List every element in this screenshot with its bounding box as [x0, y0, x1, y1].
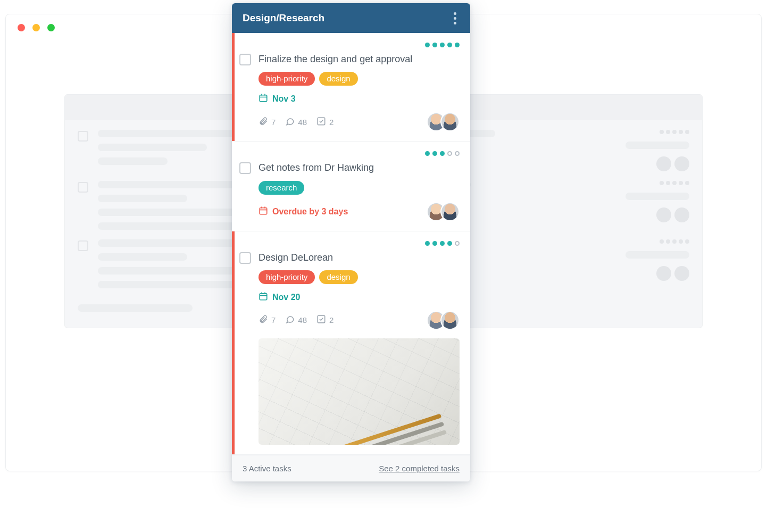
comments-count[interactable]: 48: [285, 314, 307, 326]
due-date-label: Nov 20: [272, 293, 300, 302]
maximize-dot-icon: [47, 24, 55, 31]
see-completed-link[interactable]: See 2 completed tasks: [379, 464, 460, 473]
task-list-panel: Design/Research Finalize the design and …: [232, 3, 470, 481]
attachment-preview[interactable]: [259, 338, 460, 445]
task-title: Design DeLorean: [259, 251, 460, 264]
svg-rect-0: [260, 95, 267, 102]
task-title: Get notes from Dr Hawking: [259, 161, 460, 174]
task-checkbox[interactable]: [239, 252, 251, 264]
placeholder-checkbox-icon: [78, 131, 88, 142]
progress-dot-icon: [432, 43, 437, 47]
progress-dot-icon: [455, 241, 460, 246]
svg-rect-9: [260, 294, 267, 300]
progress-dot-icon: [447, 43, 452, 47]
placeholder-checkbox-icon: [78, 182, 88, 193]
comments-count[interactable]: 48: [285, 117, 307, 128]
tag-high-priority[interactable]: high-priority: [259, 72, 315, 86]
tag-list: research: [259, 181, 460, 195]
avatar[interactable]: [440, 202, 460, 221]
avatar[interactable]: [440, 112, 460, 131]
task-checkbox[interactable]: [239, 54, 251, 65]
progress-dot-icon: [455, 43, 460, 47]
checklist-icon: [316, 117, 326, 128]
tag-high-priority[interactable]: high-priority: [259, 270, 315, 284]
task-title: Finalize the design and get approval: [259, 53, 460, 65]
due-date[interactable]: Nov 3: [259, 93, 460, 105]
due-date-label: Nov 3: [272, 94, 296, 104]
progress-dot-icon: [455, 151, 460, 156]
comment-icon: [285, 117, 295, 128]
panel-header: Design/Research: [232, 3, 470, 33]
panel-title: Design/Research: [243, 12, 324, 24]
assignee-avatars[interactable]: [427, 112, 460, 131]
assignee-avatars[interactable]: [427, 202, 460, 221]
assignee-avatars[interactable]: [427, 311, 460, 330]
minimize-dot-icon: [32, 24, 40, 31]
paperclip-icon: [259, 314, 268, 326]
paperclip-icon: [259, 117, 268, 128]
placeholder-checkbox-icon: [78, 240, 88, 251]
progress-dot-icon: [432, 241, 437, 246]
task-meta-row: 7 48 2: [259, 112, 460, 131]
progress-dot-icon: [447, 241, 452, 246]
calendar-icon: [259, 292, 268, 303]
subtasks-count[interactable]: 2: [316, 117, 334, 128]
tag-list: high-prioritydesign: [259, 72, 460, 86]
task-stats: 7 48 2: [259, 117, 334, 128]
avatar-image-icon: [441, 312, 458, 329]
progress-indicator: [239, 151, 460, 156]
svg-rect-13: [318, 316, 325, 323]
due-date[interactable]: Overdue by 3 days: [259, 206, 348, 218]
due-date-label: Overdue by 3 days: [272, 207, 348, 217]
svg-rect-5: [260, 207, 267, 214]
tag-design[interactable]: design: [319, 270, 357, 284]
subtasks-count[interactable]: 2: [316, 314, 334, 326]
progress-dot-icon: [432, 151, 437, 156]
tag-list: high-prioritydesign: [259, 270, 460, 284]
progress-dot-icon: [425, 43, 430, 47]
progress-indicator: [239, 43, 460, 47]
task-checkbox[interactable]: [239, 162, 251, 174]
task-card[interactable]: Design DeLorean high-prioritydesign Nov …: [232, 231, 470, 455]
more-vertical-icon: [454, 12, 456, 15]
window-controls: [18, 24, 55, 31]
progress-dot-icon: [440, 43, 445, 47]
attachments-count[interactable]: 7: [259, 314, 276, 326]
attachments-count[interactable]: 7: [259, 117, 276, 128]
calendar-icon: [259, 206, 268, 218]
due-date[interactable]: Nov 20: [259, 292, 460, 303]
progress-dot-icon: [440, 151, 445, 156]
active-tasks-count: 3 Active tasks: [243, 464, 291, 473]
tag-design[interactable]: design: [319, 72, 357, 86]
avatar-image-icon: [441, 113, 458, 130]
task-card[interactable]: Finalize the design and get approval hig…: [232, 33, 470, 142]
progress-indicator: [239, 241, 460, 246]
panel-footer: 3 Active tasks See 2 completed tasks: [232, 455, 470, 481]
close-dot-icon: [18, 24, 25, 31]
progress-dot-icon: [447, 151, 452, 156]
checklist-icon: [316, 314, 326, 326]
comment-icon: [285, 314, 295, 326]
svg-rect-4: [318, 118, 325, 125]
task-stats: 7 48 2: [259, 314, 334, 326]
task-meta-row: 7 48 2: [259, 311, 460, 330]
progress-dot-icon: [425, 151, 430, 156]
task-card[interactable]: Get notes from Dr Hawking research Overd…: [232, 142, 470, 231]
avatar[interactable]: [440, 311, 460, 330]
panel-more-button[interactable]: [451, 9, 460, 28]
tag-research[interactable]: research: [259, 181, 304, 195]
avatar-image-icon: [441, 203, 458, 220]
progress-dot-icon: [425, 241, 430, 246]
task-meta-row: Overdue by 3 days: [259, 202, 460, 221]
calendar-icon: [259, 93, 268, 105]
progress-dot-icon: [440, 241, 445, 246]
